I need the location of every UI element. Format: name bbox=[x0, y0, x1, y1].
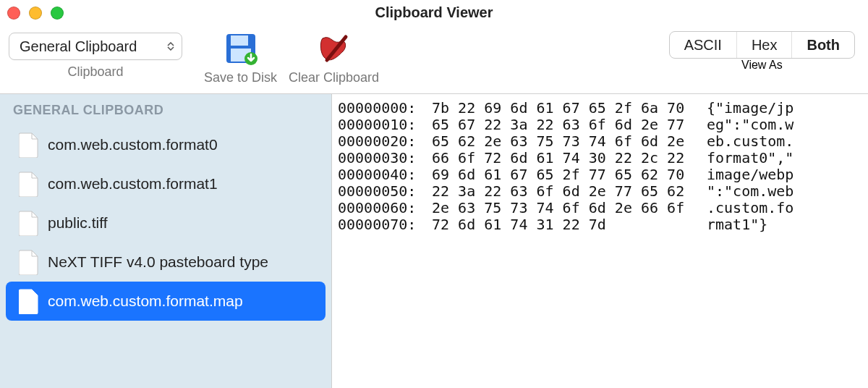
delete-x-icon bbox=[317, 31, 352, 66]
sidebar: GENERAL CLIPBOARD com.web.custom.format0… bbox=[0, 94, 331, 388]
save-icon bbox=[224, 31, 258, 66]
sidebar-item[interactable]: NeXT TIFF v4.0 pasteboard type bbox=[6, 242, 326, 282]
clipboard-group-label: Clipboard bbox=[67, 64, 123, 80]
viewas-option-hex[interactable]: Hex bbox=[737, 32, 793, 58]
hex-ascii: ":"com.web bbox=[707, 183, 822, 200]
hex-bytes: 65 67 22 3a 22 63 6f 6d 2e 77 bbox=[432, 117, 707, 133]
close-icon[interactable] bbox=[7, 7, 20, 20]
viewas-group: ASCIIHexBoth View As bbox=[669, 31, 855, 72]
hex-row: 00000050:22 3a 22 63 6f 6d 2e 77 65 62":… bbox=[338, 183, 862, 200]
sidebar-item[interactable]: com.web.custom.format1 bbox=[6, 164, 326, 203]
sidebar-item-label: com.web.custom.format1 bbox=[48, 175, 218, 193]
hex-offset: 00000000: bbox=[338, 100, 432, 117]
zoom-icon[interactable] bbox=[51, 7, 64, 20]
hex-offset: 00000050: bbox=[338, 183, 432, 200]
hex-ascii: format0"," bbox=[707, 150, 822, 166]
hex-row: 00000000:7b 22 69 6d 61 67 65 2f 6a 70{"… bbox=[338, 100, 862, 117]
toolbar: General Clipboard Clipboard Save to Disk bbox=[0, 25, 868, 94]
hex-ascii: {"image/jp bbox=[707, 100, 822, 117]
hex-row: 00000070:72 6d 61 74 31 22 7d rmat1"} bbox=[338, 216, 862, 233]
hex-offset: 00000030: bbox=[338, 150, 432, 166]
file-icon bbox=[19, 171, 39, 197]
sidebar-item[interactable]: public.tiff bbox=[6, 203, 326, 242]
hex-offset: 00000010: bbox=[338, 117, 432, 133]
save-label: Save to Disk bbox=[204, 70, 277, 85]
hex-row: 00000030:66 6f 72 6d 61 74 30 22 2c 22fo… bbox=[338, 150, 862, 166]
save-to-disk-button[interactable]: Save to Disk bbox=[204, 31, 277, 85]
hex-ascii: eg":"com.w bbox=[707, 117, 822, 133]
clipboard-select[interactable]: General Clipboard bbox=[9, 33, 182, 60]
sidebar-item-label: public.tiff bbox=[48, 214, 108, 232]
file-icon bbox=[19, 210, 39, 236]
hex-row: 00000060:2e 63 75 73 74 6f 6d 2e 66 6f.c… bbox=[338, 200, 862, 216]
sidebar-item-label: com.web.custom.format0 bbox=[48, 136, 218, 153]
hex-ascii: image/webp bbox=[707, 166, 822, 183]
file-icon bbox=[19, 288, 39, 314]
sidebar-item[interactable]: com.web.custom.format0 bbox=[6, 125, 326, 164]
clear-clipboard-button[interactable]: Clear Clipboard bbox=[289, 31, 379, 85]
window-title: Clipboard Viewer bbox=[375, 4, 493, 21]
viewas-label: View As bbox=[741, 59, 783, 72]
hex-bytes: 66 6f 72 6d 61 74 30 22 2c 22 bbox=[432, 150, 707, 166]
hex-view: 00000000:7b 22 69 6d 61 67 65 2f 6a 70{"… bbox=[332, 94, 868, 388]
sidebar-item-label: com.web.custom.format.map bbox=[48, 292, 243, 310]
hex-bytes: 69 6d 61 67 65 2f 77 65 62 70 bbox=[432, 166, 707, 183]
hex-offset: 00000040: bbox=[338, 166, 432, 183]
viewas-segmented: ASCIIHexBoth bbox=[669, 31, 855, 59]
hex-bytes: 65 62 2e 63 75 73 74 6f 6d 2e bbox=[432, 133, 707, 150]
svg-rect-1 bbox=[231, 35, 248, 46]
hex-bytes: 22 3a 22 63 6f 6d 2e 77 65 62 bbox=[432, 183, 707, 200]
file-icon bbox=[19, 132, 39, 158]
hex-ascii: .custom.fo bbox=[707, 200, 822, 216]
minimize-icon[interactable] bbox=[29, 7, 42, 20]
titlebar: Clipboard Viewer bbox=[0, 0, 868, 25]
sidebar-item-label: NeXT TIFF v4.0 pasteboard type bbox=[48, 253, 268, 271]
hex-bytes: 7b 22 69 6d 61 67 65 2f 6a 70 bbox=[432, 100, 707, 117]
main-area: GENERAL CLIPBOARD com.web.custom.format0… bbox=[0, 94, 868, 388]
hex-row: 00000040:69 6d 61 67 65 2f 77 65 62 70im… bbox=[338, 166, 862, 183]
sidebar-item[interactable]: com.web.custom.format.map bbox=[6, 282, 326, 321]
viewas-option-both[interactable]: Both bbox=[792, 32, 854, 58]
chevron-updown-icon bbox=[167, 42, 174, 51]
sidebar-header: GENERAL CLIPBOARD bbox=[0, 103, 331, 125]
hex-row: 00000020:65 62 2e 63 75 73 74 6f 6d 2eeb… bbox=[338, 133, 862, 150]
clear-label: Clear Clipboard bbox=[289, 70, 379, 85]
hex-offset: 00000070: bbox=[338, 216, 432, 233]
window-controls bbox=[7, 7, 64, 20]
viewas-option-ascii[interactable]: ASCII bbox=[670, 32, 737, 58]
file-icon bbox=[19, 249, 39, 275]
hex-row: 00000010:65 67 22 3a 22 63 6f 6d 2e 77eg… bbox=[338, 117, 862, 133]
hex-offset: 00000060: bbox=[338, 200, 432, 216]
hex-offset: 00000020: bbox=[338, 133, 432, 150]
hex-bytes: 72 6d 61 74 31 22 7d bbox=[432, 216, 707, 233]
hex-ascii: rmat1"} bbox=[707, 216, 822, 233]
clipboard-select-value: General Clipboard bbox=[20, 38, 137, 55]
clipboard-select-group: General Clipboard Clipboard bbox=[9, 31, 182, 80]
hex-bytes: 2e 63 75 73 74 6f 6d 2e 66 6f bbox=[432, 200, 707, 216]
hex-ascii: eb.custom. bbox=[707, 133, 822, 150]
